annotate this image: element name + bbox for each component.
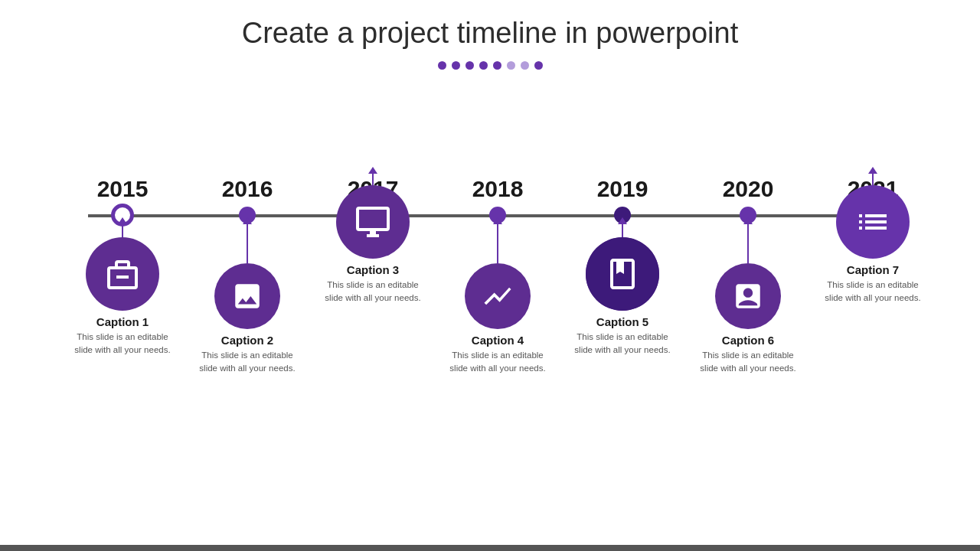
caption-1: Caption 1 This slide is an editable slid… — [73, 315, 172, 356]
icon-6 — [715, 263, 781, 329]
arrow-2 — [247, 223, 248, 263]
icon-1 — [86, 237, 159, 311]
slide-dots — [0, 61, 980, 70]
arrow-4 — [497, 223, 498, 263]
icon-4 — [465, 263, 531, 329]
icon-3 — [336, 185, 410, 259]
caption-7: Caption 7 This slide is an editable slid… — [823, 263, 923, 304]
dot-7 — [521, 61, 529, 70]
dot-3 — [466, 61, 474, 70]
dot-4 — [479, 61, 488, 70]
caption-3: Caption 3 This slide is an editable slid… — [323, 263, 423, 304]
slide: Create a project timeline in powerpoint … — [0, 0, 980, 551]
icon-7 — [836, 185, 910, 259]
dot-8 — [534, 61, 543, 70]
dot-6 — [507, 61, 515, 70]
dot-2 — [452, 61, 460, 70]
caption-5: Caption 5 This slide is an editable slid… — [573, 315, 672, 356]
caption-2: Caption 2 This slide is an editable slid… — [198, 334, 297, 374]
slide-title: Create a project timeline in powerpoint — [0, 17, 980, 50]
caption-4: Caption 4 This slide is an editable slid… — [448, 334, 547, 374]
dot-1 — [438, 61, 446, 70]
year-2020: 2020 — [723, 176, 774, 202]
icon-2 — [214, 263, 280, 329]
bottom-bar — [0, 545, 980, 551]
year-2015: 2015 — [97, 176, 149, 202]
dot-5 — [493, 61, 501, 70]
year-2018: 2018 — [472, 176, 524, 202]
arrow-6 — [747, 223, 749, 263]
icon-5-overlay — [586, 237, 659, 311]
year-2016: 2016 — [222, 176, 273, 202]
year-2019: 2019 — [597, 176, 648, 202]
caption-6: Caption 6 This slide is an editable slid… — [698, 334, 798, 374]
